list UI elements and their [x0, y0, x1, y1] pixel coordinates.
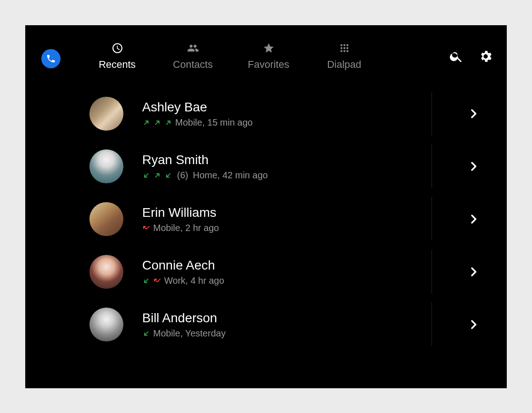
missed-call-icon: [153, 276, 161, 285]
missed-call-icon: [142, 224, 150, 232]
call-subtext: Mobile, Yesterday: [142, 328, 424, 339]
clock-icon: [111, 41, 123, 55]
call-row[interactable]: Ryan Smith(6)Home, 42 min ago: [25, 140, 507, 193]
call-row[interactable]: Connie AechWork, 4 hr ago: [25, 245, 507, 298]
chevron-right-icon: [468, 319, 479, 330]
detail-chevron[interactable]: [464, 314, 484, 335]
contact-name: Bill Anderson: [142, 310, 424, 325]
avatar[interactable]: [89, 149, 123, 183]
outgoing-call-icon: [153, 118, 161, 127]
phone-app-icon[interactable]: [41, 49, 61, 68]
call-direction-icons: [142, 276, 161, 285]
call-detail: Mobile, Yesterday: [153, 328, 226, 339]
chevron-right-icon: [468, 214, 479, 225]
call-content: Erin WilliamsMobile, 2 hr ago: [142, 204, 424, 233]
outgoing-call-icon: [153, 171, 161, 179]
tab-label: Recents: [99, 59, 136, 71]
tab-recents[interactable]: Recents: [79, 41, 155, 71]
call-detail: Home, 42 min ago: [193, 170, 267, 181]
dialpad-icon: [338, 41, 350, 55]
settings-button[interactable]: [477, 48, 494, 65]
top-actions: [448, 48, 494, 65]
search-button[interactable]: [448, 48, 465, 65]
svg-point-0: [340, 44, 342, 46]
call-subtext: Mobile, 15 min ago: [142, 117, 424, 128]
detail-chevron[interactable]: [464, 104, 484, 124]
tab-favorites[interactable]: Favorites: [231, 41, 306, 71]
call-count: (6): [177, 170, 188, 181]
incoming-call-icon: [142, 276, 150, 285]
tab-dialpad[interactable]: Dialpad: [306, 41, 382, 71]
call-content: Ryan Smith(6)Home, 42 min ago: [142, 152, 424, 181]
avatar[interactable]: [89, 202, 123, 236]
svg-point-5: [346, 47, 348, 49]
star-icon: [263, 41, 275, 55]
avatar[interactable]: [89, 97, 123, 131]
call-detail: Mobile, 15 min ago: [175, 117, 253, 128]
svg-point-6: [340, 50, 342, 52]
top-bar: Recents Contacts Favorites Dialpad: [25, 25, 507, 87]
chevron-right-icon: [468, 161, 479, 172]
svg-point-7: [343, 50, 345, 52]
detail-chevron[interactable]: [464, 209, 484, 229]
incoming-call-icon: [142, 329, 150, 337]
contact-name: Connie Aech: [142, 257, 424, 273]
call-row[interactable]: Bill AndersonMobile, Yesterday: [25, 298, 507, 351]
call-subtext: Mobile, 2 hr ago: [142, 223, 424, 233]
call-direction-icons: [142, 118, 172, 127]
svg-point-4: [343, 47, 345, 49]
contact-name: Erin Williams: [142, 204, 424, 220]
contact-name: Ryan Smith: [142, 152, 424, 167]
phone-app-window: Recents Contacts Favorites Dialpad: [25, 25, 507, 388]
svg-point-1: [343, 44, 345, 46]
call-row[interactable]: Ashley BaeMobile, 15 min ago: [25, 87, 507, 140]
chevron-right-icon: [468, 266, 479, 277]
detail-chevron[interactable]: [464, 156, 484, 176]
tab-contacts[interactable]: Contacts: [155, 41, 231, 71]
call-content: Connie AechWork, 4 hr ago: [142, 257, 424, 286]
chevron-right-icon: [468, 108, 479, 119]
incoming-call-icon: [164, 171, 172, 179]
tab-label: Dialpad: [327, 59, 361, 71]
svg-point-8: [346, 50, 348, 52]
phone-icon: [46, 54, 56, 64]
call-direction-icons: [142, 329, 150, 337]
incoming-call-icon: [142, 171, 150, 179]
recents-list: Ashley BaeMobile, 15 min agoRyan Smith(6…: [25, 87, 507, 388]
gear-icon: [478, 49, 493, 64]
people-icon: [187, 41, 199, 55]
search-icon: [449, 49, 464, 64]
svg-point-2: [346, 44, 348, 46]
call-content: Ashley BaeMobile, 15 min ago: [142, 99, 424, 128]
call-direction-icons: [142, 224, 150, 232]
call-detail: Work, 4 hr ago: [164, 275, 224, 286]
call-content: Bill AndersonMobile, Yesterday: [142, 310, 424, 339]
avatar[interactable]: [89, 308, 123, 341]
call-subtext: Work, 4 hr ago: [142, 275, 424, 286]
call-detail: Mobile, 2 hr ago: [153, 223, 219, 233]
call-direction-icons: [142, 171, 172, 179]
nav-tabs: Recents Contacts Favorites Dialpad: [79, 41, 382, 71]
call-row[interactable]: Erin WilliamsMobile, 2 hr ago: [25, 193, 507, 245]
outgoing-call-icon: [164, 118, 172, 127]
svg-point-3: [340, 47, 342, 49]
call-subtext: (6)Home, 42 min ago: [142, 170, 424, 181]
detail-chevron[interactable]: [464, 262, 484, 282]
tab-label: Favorites: [248, 59, 289, 71]
tab-label: Contacts: [173, 59, 213, 71]
avatar[interactable]: [89, 255, 123, 289]
contact-name: Ashley Bae: [142, 99, 424, 115]
outgoing-call-icon: [142, 118, 150, 127]
